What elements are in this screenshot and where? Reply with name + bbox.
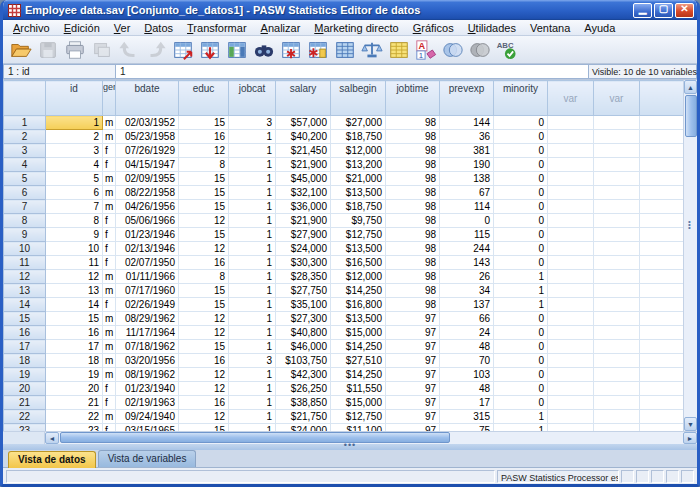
cell-var1-19[interactable] xyxy=(548,368,594,382)
menu-marketing-directo[interactable]: Marketing directo xyxy=(307,21,405,35)
cell-prevexp-6[interactable]: 67 xyxy=(440,186,494,200)
menu-ayuda[interactable]: Ayuda xyxy=(577,21,622,35)
cell-salary-4[interactable]: $21,900 xyxy=(276,158,331,172)
cell-id-15[interactable]: 15 xyxy=(46,312,103,326)
cell-bdate-19[interactable]: 08/19/1962 xyxy=(116,368,179,382)
cell-jobcat-21[interactable]: 1 xyxy=(229,396,276,410)
cell-minority-17[interactable]: 0 xyxy=(494,340,548,354)
column-header-minority[interactable]: minority xyxy=(494,81,548,116)
column-header-var1[interactable]: var xyxy=(548,81,594,116)
horizontal-scrollbar[interactable]: ◄ ► xyxy=(45,432,697,444)
cell-gender-23[interactable]: f xyxy=(103,424,116,432)
cell-prevexp-3[interactable]: 381 xyxy=(440,144,494,158)
cell-var2-13[interactable] xyxy=(594,284,640,298)
column-header-prevexp[interactable]: prevexp xyxy=(440,81,494,116)
cell-prevexp-23[interactable]: 75 xyxy=(440,424,494,432)
cell-bdate-5[interactable]: 02/09/1955 xyxy=(116,172,179,186)
menu-utilidades[interactable]: Utilidades xyxy=(461,21,523,35)
cell-jobcat-17[interactable]: 1 xyxy=(229,340,276,354)
cell-jobcat-13[interactable]: 1 xyxy=(229,284,276,298)
cell-var2-7[interactable] xyxy=(594,200,640,214)
cell-salary-13[interactable]: $27,750 xyxy=(276,284,331,298)
cell-educ-14[interactable]: 15 xyxy=(179,298,229,312)
row-header-10[interactable]: 10 xyxy=(4,242,46,256)
cell-minority-19[interactable]: 0 xyxy=(494,368,548,382)
cell-salary-6[interactable]: $32,100 xyxy=(276,186,331,200)
cell-jobtime-5[interactable]: 98 xyxy=(386,172,440,186)
row-header-21[interactable]: 21 xyxy=(4,396,46,410)
cell-var1-13[interactable] xyxy=(548,284,594,298)
cell-var2-16[interactable] xyxy=(594,326,640,340)
cell-jobtime-4[interactable]: 98 xyxy=(386,158,440,172)
vertical-scrollbar[interactable]: ▲ ••• ▼ xyxy=(683,80,697,431)
cell-minority-21[interactable]: 0 xyxy=(494,396,548,410)
cell-bdate-16[interactable]: 11/17/1964 xyxy=(116,326,179,340)
cell-minority-7[interactable]: 0 xyxy=(494,200,548,214)
cell-jobcat-9[interactable]: 1 xyxy=(229,228,276,242)
cell-salary-8[interactable]: $21,900 xyxy=(276,214,331,228)
tab-data-view[interactable]: Vista de datos xyxy=(8,451,96,468)
cell-salbegin-10[interactable]: $13,500 xyxy=(331,242,386,256)
cell-gender-5[interactable]: m xyxy=(103,172,116,186)
row-header-6[interactable]: 6 xyxy=(4,186,46,200)
cell-educ-2[interactable]: 16 xyxy=(179,130,229,144)
cell-salbegin-23[interactable]: $11,100 xyxy=(331,424,386,432)
insert-cases-icon[interactable] xyxy=(277,37,304,62)
cell-jobtime-8[interactable]: 98 xyxy=(386,214,440,228)
cell-var2-20[interactable] xyxy=(594,382,640,396)
cell-id-5[interactable]: 5 xyxy=(46,172,103,186)
cell-jobtime-14[interactable]: 98 xyxy=(386,298,440,312)
cell-id-1[interactable]: 1 xyxy=(46,116,103,130)
cell-prevexp-22[interactable]: 315 xyxy=(440,410,494,424)
cell-prevexp-19[interactable]: 103 xyxy=(440,368,494,382)
cell-jobcat-14[interactable]: 1 xyxy=(229,298,276,312)
cell-id-8[interactable]: 8 xyxy=(46,214,103,228)
row-header-15[interactable]: 15 xyxy=(4,312,46,326)
row-header-13[interactable]: 13 xyxy=(4,284,46,298)
cell-var1-9[interactable] xyxy=(548,228,594,242)
goto-case-icon[interactable] xyxy=(169,37,196,62)
menu-archivo[interactable]: Archivo xyxy=(6,21,57,35)
cell-var1-17[interactable] xyxy=(548,340,594,354)
cell-id-3[interactable]: 3 xyxy=(46,144,103,158)
cell-minority-3[interactable]: 0 xyxy=(494,144,548,158)
cell-jobtime-3[interactable]: 98 xyxy=(386,144,440,158)
pane-split-grip-horizontal[interactable]: ••• xyxy=(344,443,356,447)
cell-minority-15[interactable]: 0 xyxy=(494,312,548,326)
cell-gender-19[interactable]: m xyxy=(103,368,116,382)
cell-educ-18[interactable]: 16 xyxy=(179,354,229,368)
cell-bdate-21[interactable]: 02/19/1963 xyxy=(116,396,179,410)
cell-jobcat-18[interactable]: 3 xyxy=(229,354,276,368)
select-cases-icon[interactable] xyxy=(385,37,412,62)
cell-prevexp-2[interactable]: 36 xyxy=(440,130,494,144)
cell-prevexp-15[interactable]: 66 xyxy=(440,312,494,326)
cell-prevexp-5[interactable]: 138 xyxy=(440,172,494,186)
cell-editor-input[interactable]: 1 xyxy=(116,64,589,79)
cell-educ-11[interactable]: 16 xyxy=(179,256,229,270)
cell-jobtime-11[interactable]: 98 xyxy=(386,256,440,270)
cell-id-16[interactable]: 16 xyxy=(46,326,103,340)
menu-edici-n[interactable]: Edición xyxy=(57,21,107,35)
cell-gender-14[interactable]: f xyxy=(103,298,116,312)
cell-bdate-10[interactable]: 02/13/1946 xyxy=(116,242,179,256)
grid-corner-cell[interactable] xyxy=(4,81,46,116)
cell-id-6[interactable]: 6 xyxy=(46,186,103,200)
cell-var1-11[interactable] xyxy=(548,256,594,270)
cell-salbegin-8[interactable]: $9,750 xyxy=(331,214,386,228)
cell-var2-14[interactable] xyxy=(594,298,640,312)
cell-id-18[interactable]: 18 xyxy=(46,354,103,368)
cell-salbegin-12[interactable]: $12,000 xyxy=(331,270,386,284)
cell-jobcat-10[interactable]: 1 xyxy=(229,242,276,256)
cell-salary-19[interactable]: $42,300 xyxy=(276,368,331,382)
cell-prevexp-4[interactable]: 190 xyxy=(440,158,494,172)
column-header-jobtime[interactable]: jobtime xyxy=(386,81,440,116)
spell-check-icon[interactable]: ABC xyxy=(493,37,520,62)
cell-var2-23[interactable] xyxy=(594,424,640,432)
cell-jobtime-16[interactable]: 97 xyxy=(386,326,440,340)
cell-salbegin-5[interactable]: $21,000 xyxy=(331,172,386,186)
cell-gender-21[interactable]: f xyxy=(103,396,116,410)
row-header-14[interactable]: 14 xyxy=(4,298,46,312)
cell-salary-16[interactable]: $40,800 xyxy=(276,326,331,340)
cell-jobcat-5[interactable]: 1 xyxy=(229,172,276,186)
cell-educ-4[interactable]: 8 xyxy=(179,158,229,172)
